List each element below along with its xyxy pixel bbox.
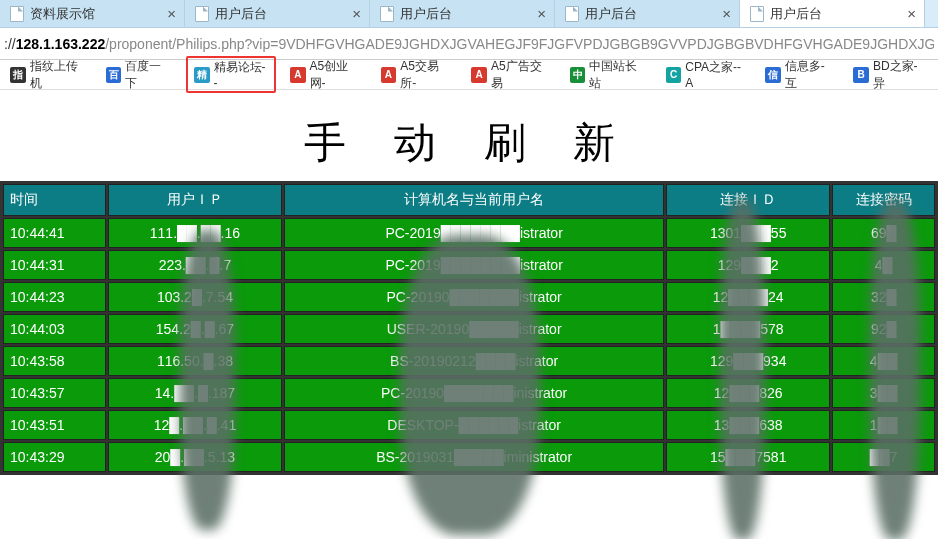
bookmark-icon: 百 xyxy=(106,67,122,83)
bookmark-label: 百度一下 xyxy=(125,58,172,92)
cell-cid: 129███934 xyxy=(666,346,830,376)
url-host: 128.1.163.222 xyxy=(16,36,106,52)
bookmark-icon: 中 xyxy=(570,67,586,83)
col-time: 时间 xyxy=(3,184,106,216)
table-row[interactable]: 10:43:58116.50.█.38BS-20190212████istrat… xyxy=(3,346,935,376)
cell-host: PC-20190███████istrator xyxy=(284,282,664,312)
page-icon xyxy=(380,6,394,22)
bookmark-label: A5交易所- xyxy=(400,58,453,92)
cell-host: DESKTOP-██████istrator xyxy=(284,410,664,440)
close-icon[interactable]: × xyxy=(537,5,546,22)
bookmark-8[interactable]: 信信息多-互 xyxy=(761,56,839,94)
page-icon xyxy=(10,6,24,22)
tab-0[interactable]: 资料展示馆× xyxy=(0,0,185,27)
bookmark-icon: 信 xyxy=(765,67,781,83)
tab-label: 用户后台 xyxy=(215,5,267,23)
bookmark-label: 信息多-互 xyxy=(785,58,836,92)
cell-pwd: 3██ xyxy=(832,378,935,408)
col-ip: 用户ＩＰ xyxy=(108,184,283,216)
col-host: 计算机名与当前用户名 xyxy=(284,184,664,216)
close-icon[interactable]: × xyxy=(907,5,916,22)
cell-host: BS-20190212████istrator xyxy=(284,346,664,376)
bookmark-label: A5创业网- xyxy=(310,58,363,92)
cell-pwd: ██7 xyxy=(832,442,935,472)
tab-1[interactable]: 用户后台× xyxy=(185,0,370,27)
bookmark-9[interactable]: BBD之家-异 xyxy=(849,56,932,94)
cell-ip: 14.██.█.187 xyxy=(108,378,283,408)
cell-time: 10:43:51 xyxy=(3,410,106,440)
tab-label: 用户后台 xyxy=(400,5,452,23)
table-row[interactable]: 10:44:23103.2█.7.54PC-20190███████istrat… xyxy=(3,282,935,312)
tab-bar: 资料展示馆×用户后台×用户后台×用户后台×用户后台× xyxy=(0,0,938,28)
bookmark-1[interactable]: 百百度一下 xyxy=(102,56,176,94)
bookmark-icon: B xyxy=(853,67,869,83)
bookmark-3[interactable]: AA5创业网- xyxy=(286,56,367,94)
table-row[interactable]: 10:44:03154.2█.█.67USER-20190█████istrat… xyxy=(3,314,935,344)
cell-ip: 12█.██.█.41 xyxy=(108,410,283,440)
bookmark-icon: A xyxy=(290,67,306,83)
table-row[interactable]: 10:43:5714.██.█.187PC-20190███████inistr… xyxy=(3,378,935,408)
cell-ip: 223.██.█.7 xyxy=(108,250,283,280)
cell-host: BS-2019031█████iministrator xyxy=(284,442,664,472)
close-icon[interactable]: × xyxy=(722,5,731,22)
page-icon xyxy=(195,6,209,22)
cell-cid: 12████24 xyxy=(666,282,830,312)
tab-label: 资料展示馆 xyxy=(30,5,95,23)
cell-ip: 116.50.█.38 xyxy=(108,346,283,376)
cell-pwd: 4█ xyxy=(832,250,935,280)
url-prefix: :// xyxy=(4,36,16,52)
bookmark-0[interactable]: 指指纹上传机 xyxy=(6,56,92,94)
url-path: /proponent/Philips.php?vip=9VDHFGVHGADE9… xyxy=(105,36,934,52)
cell-cid: 129███2 xyxy=(666,250,830,280)
cell-time: 10:43:58 xyxy=(3,346,106,376)
cell-time: 10:44:03 xyxy=(3,314,106,344)
cell-cid: 15███7581 xyxy=(666,442,830,472)
bookmark-icon: A xyxy=(381,67,397,83)
bookmark-7[interactable]: CCPA之家--A xyxy=(662,57,752,92)
cell-time: 10:44:23 xyxy=(3,282,106,312)
bookmark-icon: A xyxy=(471,67,487,83)
cell-ip: 111.██.██.16 xyxy=(108,218,283,248)
cell-pwd: 1██ xyxy=(832,410,935,440)
bookmark-6[interactable]: 中中国站长站 xyxy=(566,56,652,94)
cell-ip: 103.2█.7.54 xyxy=(108,282,283,312)
cell-pwd: 32█ xyxy=(832,282,935,312)
bookmark-label: A5广告交易 xyxy=(491,58,552,92)
bookmark-icon: C xyxy=(666,67,682,83)
cell-host: USER-20190█████istrator xyxy=(284,314,664,344)
page-icon xyxy=(565,6,579,22)
cell-pwd: 92█ xyxy=(832,314,935,344)
tab-4[interactable]: 用户后台× xyxy=(740,0,925,27)
table-row[interactable]: 10:44:41111.██.██.16PC-2019████████istra… xyxy=(3,218,935,248)
cell-cid: 13███638 xyxy=(666,410,830,440)
col-cid: 连接ＩＤ xyxy=(666,184,830,216)
cell-ip: 154.2█.█.67 xyxy=(108,314,283,344)
tab-3[interactable]: 用户后台× xyxy=(555,0,740,27)
table-row[interactable]: 10:43:2920█.██.5.13BS-2019031█████iminis… xyxy=(3,442,935,472)
bookmark-label: 中国站长站 xyxy=(589,58,647,92)
cell-ip: 20█.██.5.13 xyxy=(108,442,283,472)
tab-2[interactable]: 用户后台× xyxy=(370,0,555,27)
tab-label: 用户后台 xyxy=(770,5,822,23)
col-pwd: 连接密码 xyxy=(832,184,935,216)
bookmark-4[interactable]: AA5交易所- xyxy=(377,56,458,94)
bookmark-icon: 指 xyxy=(10,67,26,83)
page-icon xyxy=(750,6,764,22)
cell-cid: 12███826 xyxy=(666,378,830,408)
page-title: 手 动 刷 新 xyxy=(0,90,938,181)
cell-pwd: 69█ xyxy=(832,218,935,248)
bookmark-label: 指纹上传机 xyxy=(30,58,88,92)
cell-time: 10:44:31 xyxy=(3,250,106,280)
close-icon[interactable]: × xyxy=(167,5,176,22)
bookmark-2[interactable]: 精精易论坛-- xyxy=(186,56,276,93)
bookmark-5[interactable]: AA5广告交易 xyxy=(467,56,555,94)
table-row[interactable]: 10:44:31223.██.█.7PC-2019████████istrato… xyxy=(3,250,935,280)
close-icon[interactable]: × xyxy=(352,5,361,22)
connections-table: 时间 用户ＩＰ 计算机名与当前用户名 连接ＩＤ 连接密码 10:44:41111… xyxy=(1,182,937,474)
table-row[interactable]: 10:43:5112█.██.█.41DESKTOP-██████istrato… xyxy=(3,410,935,440)
data-table-wrap: 时间 用户ＩＰ 计算机名与当前用户名 连接ＩＤ 连接密码 10:44:41111… xyxy=(0,181,938,475)
bookmark-label: CPA之家--A xyxy=(685,59,747,90)
cell-host: PC-20190███████inistrator xyxy=(284,378,664,408)
cell-host: PC-2019████████istrator xyxy=(284,218,664,248)
bookmark-icon: 精 xyxy=(194,67,210,83)
